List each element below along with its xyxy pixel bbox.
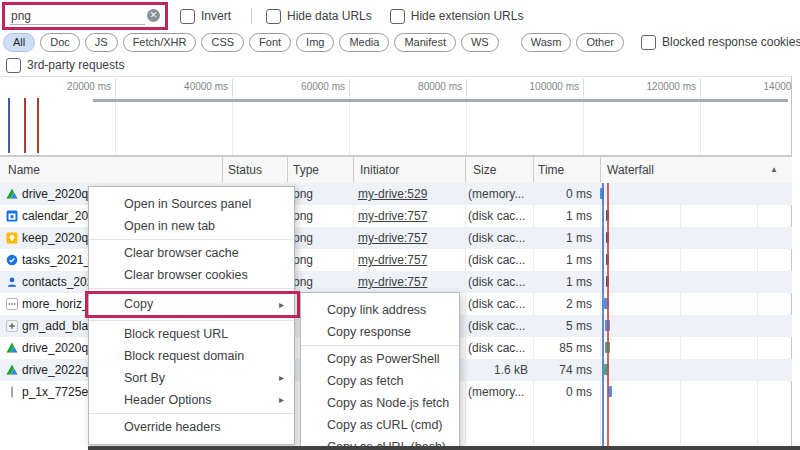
menu-item-open-in-new-tab[interactable]: Open in new tab — [89, 215, 294, 237]
request-time: 2 ms — [520, 297, 592, 311]
context-menu: Open in Sources panelOpen in new tabClea… — [88, 186, 295, 445]
menu-item-label: Override headers — [124, 420, 221, 434]
checkbox-invert[interactable]: Invert — [180, 9, 231, 24]
request-initiator-link[interactable]: my-drive:757 — [358, 275, 427, 289]
request-initiator-link[interactable]: my-drive:529 — [358, 187, 427, 201]
overview-event-marker — [8, 98, 10, 153]
overview-gridline — [700, 96, 701, 155]
menu-item-override-headers[interactable]: Override headers — [89, 416, 294, 438]
filter-pill-other[interactable]: Other — [576, 33, 624, 52]
column-header-status[interactable]: Status — [228, 163, 262, 177]
menu-item-clear-browser-cookies[interactable]: Clear browser cookies — [89, 264, 294, 286]
checkbox-box-icon[interactable] — [390, 9, 405, 24]
menu-item-copy-as-node-js-fetch[interactable]: Copy as Node.js fetch — [301, 392, 459, 414]
menu-item-copy-as-curl-cmd[interactable]: Copy as cURL (cmd) — [301, 414, 459, 436]
column-header-time[interactable]: Time — [538, 163, 564, 177]
menu-item-copy-link-address[interactable]: Copy link address — [301, 299, 459, 321]
checkbox-3rd-party-requests[interactable]: 3rd-party requests — [6, 58, 124, 73]
bottom-edge-strip — [88, 446, 800, 450]
timeline-label: 20000 ms — [67, 81, 111, 92]
filter-pill-wasm[interactable]: Wasm — [521, 33, 572, 52]
menu-item-block-request-domain[interactable]: Block request domain — [89, 345, 294, 367]
load-event-line — [607, 183, 609, 446]
menu-item-sort-by[interactable]: Sort By▸ — [89, 367, 294, 389]
menu-item-label: Copy as Node.js fetch — [327, 396, 449, 410]
checkbox-box-icon[interactable] — [180, 9, 195, 24]
copy-submenu: Copy link addressCopy responseCopy as Po… — [300, 292, 460, 450]
timeline-tick — [466, 79, 467, 97]
request-initiator-link[interactable]: my-drive:757 — [358, 253, 427, 267]
filter-pill-font[interactable]: Font — [249, 33, 291, 52]
column-header-type[interactable]: Type — [293, 163, 319, 177]
filter-pill-fetch-xhr[interactable]: Fetch/XHR — [123, 33, 197, 52]
clear-filter-icon[interactable]: ✕ — [147, 9, 160, 22]
request-time: 85 ms — [520, 341, 592, 355]
menu-item-header-options[interactable]: Header Options▸ — [89, 389, 294, 411]
calendar-icon — [6, 210, 18, 222]
filter-pill-ws[interactable]: WS — [461, 33, 499, 52]
timeline-tick — [115, 79, 116, 97]
column-header-name[interactable]: Name — [8, 163, 40, 177]
request-initiator-link[interactable]: my-drive:757 — [358, 209, 427, 223]
filter-pill-css[interactable]: CSS — [201, 33, 244, 52]
request-name: drive_2020q — [22, 187, 88, 201]
request-size: 1.6 kB — [468, 363, 528, 377]
request-type: png — [293, 231, 313, 245]
timeline-label: 60000 ms — [301, 81, 345, 92]
checkbox-label: Blocked response cookies — [662, 35, 800, 49]
requests-table-header: ▲ NameStatusTypeInitiatorSizeTimeWaterfa… — [0, 156, 792, 184]
column-separator — [533, 157, 534, 183]
filter-pill-img[interactable]: Img — [296, 33, 334, 52]
checkbox-label: Invert — [201, 9, 231, 23]
request-name: more_horiz_ — [22, 297, 89, 311]
checkbox-box-icon[interactable] — [641, 35, 656, 50]
request-size: (disk cac... — [468, 253, 528, 267]
menu-item-block-request-url[interactable]: Block request URL — [89, 323, 294, 345]
drive-icon — [6, 364, 18, 376]
filter-pill-all[interactable]: All — [3, 33, 35, 52]
request-time: 0 ms — [520, 385, 592, 399]
checkbox-hide-extension-urls[interactable]: Hide extension URLs — [390, 9, 524, 24]
timeline-tick — [232, 79, 233, 97]
column-header-size[interactable]: Size — [473, 163, 496, 177]
request-initiator-link[interactable]: my-drive:757 — [358, 231, 427, 245]
column-separator — [287, 157, 288, 183]
menu-item-label: Copy — [124, 297, 153, 311]
menu-item-clear-browser-cache[interactable]: Clear browser cache — [89, 242, 294, 264]
checkbox-hide-data-urls[interactable]: Hide data URLs — [266, 9, 372, 24]
column-header-waterfall[interactable]: Waterfall — [607, 163, 654, 177]
column-separator — [222, 157, 223, 183]
menu-separator — [89, 320, 294, 321]
filter-pill-doc[interactable]: Doc — [40, 33, 80, 52]
domcontentloaded-event-line — [602, 183, 604, 446]
menu-item-copy-as-powershell[interactable]: Copy as PowerShell — [301, 348, 459, 370]
timeline-label: 40000 ms — [184, 81, 228, 92]
filter-search-input[interactable]: png — [5, 9, 31, 23]
submenu-arrow-icon: ▸ — [279, 389, 284, 411]
checkbox-box-icon[interactable] — [6, 58, 21, 73]
request-name: drive_2022q — [22, 363, 88, 377]
filter-pill-manifest[interactable]: Manifest — [394, 33, 456, 52]
column-header-initiator[interactable]: Initiator — [360, 163, 399, 177]
sort-ascending-icon[interactable]: ▲ — [770, 165, 778, 174]
menu-item-label: Copy as cURL (cmd) — [327, 418, 443, 432]
network-filter-bar: png ✕ InvertHide data URLsHide extension… — [0, 2, 541, 30]
overview-event-marker — [37, 98, 39, 153]
checkbox-box-icon[interactable] — [266, 9, 281, 24]
checkbox-blocked-response-cookies[interactable]: Blocked response cookies — [641, 35, 800, 50]
menu-item-label: Open in Sources panel — [124, 197, 251, 211]
menu-item-copy-response[interactable]: Copy response — [301, 321, 459, 343]
request-size: (memory... — [468, 187, 528, 201]
menu-item-copy-as-fetch[interactable]: Copy as fetch — [301, 370, 459, 392]
request-size: (disk cac... — [468, 275, 528, 289]
filter-pill-js[interactable]: JS — [85, 33, 118, 52]
menu-item-open-in-sources-panel[interactable]: Open in Sources panel — [89, 193, 294, 215]
network-overview[interactable] — [0, 96, 792, 156]
menu-separator — [89, 413, 294, 414]
filter-pill-media[interactable]: Media — [339, 33, 389, 52]
request-type: png — [293, 275, 313, 289]
request-size: (memory... — [468, 385, 528, 399]
request-time: 1 ms — [520, 231, 592, 245]
menu-item-copy[interactable]: Copy▸ — [89, 291, 294, 318]
request-time: 74 ms — [520, 363, 592, 377]
